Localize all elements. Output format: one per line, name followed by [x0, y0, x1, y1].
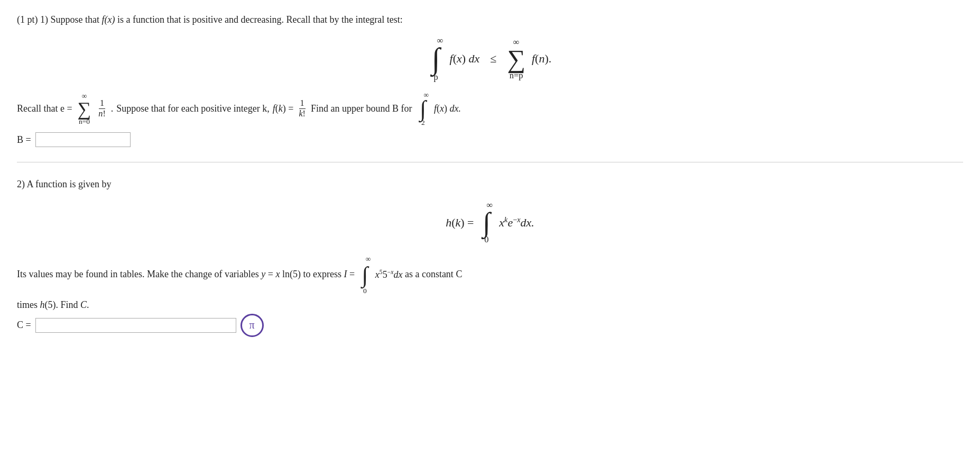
integral2-symbol: ∫ — [420, 99, 426, 119]
sum-euler-block: ∞ ∑ n=0 — [78, 92, 91, 126]
problem-1-pt-label: (1 pt) 1) Suppose that — [17, 14, 99, 25]
problem-2-header: 2) A function is given by — [17, 177, 963, 192]
integral2-block: ∞ ∫ 2 — [417, 91, 429, 128]
sum-rhs-lower: n=p — [510, 70, 523, 81]
pi-icon: π — [249, 319, 255, 331]
c-label: C = — [17, 320, 31, 331]
recall-text: Recall that e = — [17, 103, 72, 114]
fk-frac-num: 1 — [299, 98, 306, 109]
euler-frac: 1 n! — [97, 98, 106, 119]
times-h5-line: times h(5). Find C. — [17, 299, 963, 311]
problem-2-label: 2) A function is given by — [17, 179, 112, 189]
integral-lhs-symbol: ∫ — [432, 46, 440, 72]
hk-formula-line: h(k) = ∞ ∫ 0 xke−xdx. — [17, 200, 963, 245]
leq-symbol: ≤ — [490, 52, 496, 66]
c-input[interactable] — [35, 318, 236, 333]
problem-1-header: (1 pt) 1) Suppose that f(x) is a functio… — [17, 13, 963, 27]
sum-rhs-block: ∞ ∑ n=p — [507, 37, 525, 81]
hk-integral-symbol: ∫ — [483, 211, 490, 234]
integral3-symbol: ∫ — [362, 266, 368, 285]
find-text: Find an upper bound B for — [311, 103, 412, 114]
problem-2: 2) A function is given by h(k) = ∞ ∫ 0 x… — [17, 177, 963, 336]
recall-line: Recall that e = ∞ ∑ n=0 1 n! . Suppose t… — [17, 91, 963, 128]
to-express-text: to express — [303, 269, 341, 280]
fk-frac-den: k! — [298, 109, 307, 119]
integrand3: x55−xdx — [375, 269, 403, 280]
suppose-text: Suppose that for each positive integer k… — [116, 103, 269, 114]
integral-lhs-integrand: f(x) dx — [450, 52, 480, 66]
problem-1-desc: is a function that is positive and decre… — [117, 14, 403, 25]
b-label: B = — [17, 134, 31, 145]
hk-formula: h(k) = ∞ ∫ 0 xke−xdx. — [17, 200, 963, 245]
integral-test-formula: ∞ ∫ p f(x) dx ≤ ∞ ∑ n=p f(n). — [17, 35, 963, 83]
sum-euler-lower: n=0 — [79, 117, 90, 126]
integral3-lower: 0 — [363, 285, 367, 297]
sum-rhs-symbol: ∑ — [507, 48, 525, 71]
problem-2-body: Its values may be found in tables. Make … — [17, 253, 963, 297]
dot-separator: . — [111, 103, 114, 114]
euler-frac-num: 1 — [99, 98, 105, 109]
hk-def-left: h(k) = — [446, 216, 474, 230]
problem-1: (1 pt) 1) Suppose that f(x) is a functio… — [17, 13, 963, 147]
sum-rhs-body: f(n). — [532, 52, 551, 66]
hk-integrand: xke−xdx. — [499, 216, 534, 230]
b-answer-row: B = — [17, 132, 963, 147]
euler-frac-den: n! — [97, 109, 106, 119]
integral3-block: ∞ ∫ 0 — [359, 253, 371, 297]
section-divider — [17, 162, 963, 162]
integral-lhs-block: ∞ ∫ p — [429, 35, 443, 83]
integral-lhs-lower: p — [434, 72, 438, 83]
integral2-integrand: f(x) dx. — [434, 103, 461, 114]
I-eq: I = — [344, 269, 357, 280]
times-h5-text: times h(5). Find C. — [17, 299, 89, 310]
sum-euler-symbol: ∑ — [78, 101, 91, 117]
fk-eq: f(k) = — [273, 103, 294, 114]
change-var: y = x ln(5) — [261, 269, 303, 280]
hk-integral-block: ∞ ∫ 0 — [480, 200, 493, 245]
as-const-text: as a constant C — [405, 269, 462, 280]
its-values-text: Its values may be found in tables. Make … — [17, 269, 259, 280]
fk-frac: 1 k! — [298, 98, 307, 119]
b-input[interactable] — [35, 132, 131, 147]
c-answer-row: C = π — [17, 314, 963, 337]
fx-notation: f(x) — [101, 14, 115, 25]
pi-button[interactable]: π — [241, 314, 264, 337]
hk-integral-lower: 0 — [484, 234, 488, 245]
integral-inequality-line: ∞ ∫ p f(x) dx ≤ ∞ ∑ n=p f(n). — [17, 35, 963, 83]
integral2-lower: 2 — [421, 119, 425, 127]
